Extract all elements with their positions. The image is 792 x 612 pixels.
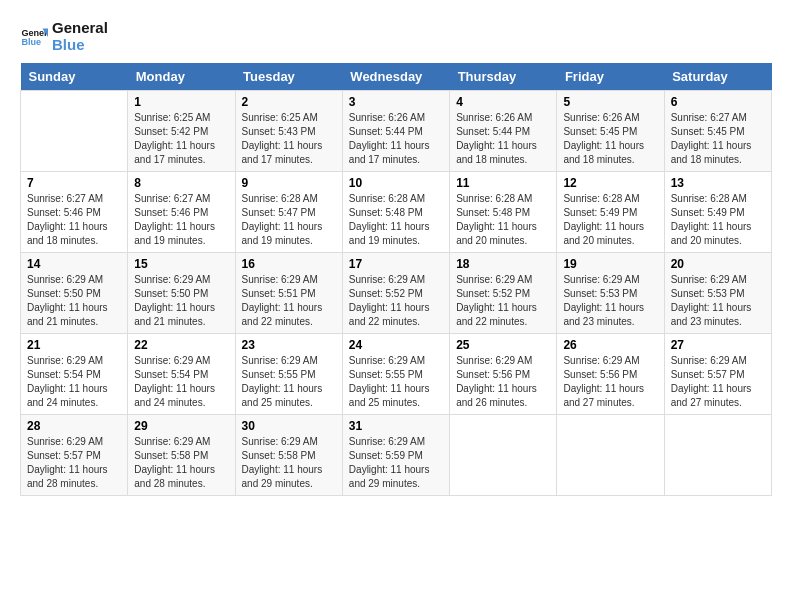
day-info: Sunrise: 6:25 AM Sunset: 5:43 PM Dayligh… (242, 111, 336, 167)
day-info: Sunrise: 6:29 AM Sunset: 5:58 PM Dayligh… (242, 435, 336, 491)
day-info: Sunrise: 6:26 AM Sunset: 5:44 PM Dayligh… (456, 111, 550, 167)
calendar-cell: 28Sunrise: 6:29 AM Sunset: 5:57 PM Dayli… (21, 415, 128, 496)
col-header-monday: Monday (128, 63, 235, 91)
day-info: Sunrise: 6:27 AM Sunset: 5:46 PM Dayligh… (27, 192, 121, 248)
day-number: 1 (134, 95, 228, 109)
day-info: Sunrise: 6:26 AM Sunset: 5:45 PM Dayligh… (563, 111, 657, 167)
day-info: Sunrise: 6:29 AM Sunset: 5:53 PM Dayligh… (671, 273, 765, 329)
col-header-sunday: Sunday (21, 63, 128, 91)
calendar-cell: 25Sunrise: 6:29 AM Sunset: 5:56 PM Dayli… (450, 334, 557, 415)
day-number: 10 (349, 176, 443, 190)
day-info: Sunrise: 6:29 AM Sunset: 5:54 PM Dayligh… (134, 354, 228, 410)
calendar-cell: 23Sunrise: 6:29 AM Sunset: 5:55 PM Dayli… (235, 334, 342, 415)
day-info: Sunrise: 6:29 AM Sunset: 5:56 PM Dayligh… (563, 354, 657, 410)
day-number: 30 (242, 419, 336, 433)
calendar-cell: 5Sunrise: 6:26 AM Sunset: 5:45 PM Daylig… (557, 91, 664, 172)
day-number: 2 (242, 95, 336, 109)
day-number: 20 (671, 257, 765, 271)
logo-general: General (52, 20, 108, 37)
calendar-cell: 21Sunrise: 6:29 AM Sunset: 5:54 PM Dayli… (21, 334, 128, 415)
day-info: Sunrise: 6:28 AM Sunset: 5:48 PM Dayligh… (456, 192, 550, 248)
calendar-cell: 1Sunrise: 6:25 AM Sunset: 5:42 PM Daylig… (128, 91, 235, 172)
day-number: 11 (456, 176, 550, 190)
day-number: 5 (563, 95, 657, 109)
day-info: Sunrise: 6:29 AM Sunset: 5:57 PM Dayligh… (27, 435, 121, 491)
col-header-wednesday: Wednesday (342, 63, 449, 91)
calendar-cell: 20Sunrise: 6:29 AM Sunset: 5:53 PM Dayli… (664, 253, 771, 334)
day-info: Sunrise: 6:29 AM Sunset: 5:50 PM Dayligh… (27, 273, 121, 329)
calendar-cell: 2Sunrise: 6:25 AM Sunset: 5:43 PM Daylig… (235, 91, 342, 172)
day-info: Sunrise: 6:29 AM Sunset: 5:52 PM Dayligh… (349, 273, 443, 329)
day-info: Sunrise: 6:29 AM Sunset: 5:59 PM Dayligh… (349, 435, 443, 491)
day-number: 9 (242, 176, 336, 190)
col-header-saturday: Saturday (664, 63, 771, 91)
col-header-tuesday: Tuesday (235, 63, 342, 91)
calendar-cell (450, 415, 557, 496)
day-number: 28 (27, 419, 121, 433)
calendar-cell: 14Sunrise: 6:29 AM Sunset: 5:50 PM Dayli… (21, 253, 128, 334)
calendar-cell: 30Sunrise: 6:29 AM Sunset: 5:58 PM Dayli… (235, 415, 342, 496)
day-info: Sunrise: 6:28 AM Sunset: 5:47 PM Dayligh… (242, 192, 336, 248)
day-info: Sunrise: 6:29 AM Sunset: 5:57 PM Dayligh… (671, 354, 765, 410)
day-number: 14 (27, 257, 121, 271)
day-info: Sunrise: 6:29 AM Sunset: 5:51 PM Dayligh… (242, 273, 336, 329)
logo-blue: Blue (52, 37, 108, 54)
calendar-cell: 24Sunrise: 6:29 AM Sunset: 5:55 PM Dayli… (342, 334, 449, 415)
day-number: 8 (134, 176, 228, 190)
day-info: Sunrise: 6:28 AM Sunset: 5:49 PM Dayligh… (671, 192, 765, 248)
calendar-cell: 16Sunrise: 6:29 AM Sunset: 5:51 PM Dayli… (235, 253, 342, 334)
col-header-friday: Friday (557, 63, 664, 91)
day-number: 4 (456, 95, 550, 109)
calendar-cell: 27Sunrise: 6:29 AM Sunset: 5:57 PM Dayli… (664, 334, 771, 415)
calendar-cell: 8Sunrise: 6:27 AM Sunset: 5:46 PM Daylig… (128, 172, 235, 253)
day-number: 3 (349, 95, 443, 109)
calendar-cell: 7Sunrise: 6:27 AM Sunset: 5:46 PM Daylig… (21, 172, 128, 253)
day-info: Sunrise: 6:29 AM Sunset: 5:55 PM Dayligh… (349, 354, 443, 410)
calendar-cell: 29Sunrise: 6:29 AM Sunset: 5:58 PM Dayli… (128, 415, 235, 496)
day-info: Sunrise: 6:29 AM Sunset: 5:50 PM Dayligh… (134, 273, 228, 329)
day-info: Sunrise: 6:29 AM Sunset: 5:52 PM Dayligh… (456, 273, 550, 329)
day-number: 6 (671, 95, 765, 109)
calendar-cell (557, 415, 664, 496)
day-info: Sunrise: 6:29 AM Sunset: 5:56 PM Dayligh… (456, 354, 550, 410)
logo: General Blue General Blue (20, 20, 108, 53)
day-number: 23 (242, 338, 336, 352)
day-number: 7 (27, 176, 121, 190)
day-info: Sunrise: 6:28 AM Sunset: 5:48 PM Dayligh… (349, 192, 443, 248)
calendar-cell: 10Sunrise: 6:28 AM Sunset: 5:48 PM Dayli… (342, 172, 449, 253)
calendar-cell: 17Sunrise: 6:29 AM Sunset: 5:52 PM Dayli… (342, 253, 449, 334)
day-number: 22 (134, 338, 228, 352)
day-info: Sunrise: 6:27 AM Sunset: 5:45 PM Dayligh… (671, 111, 765, 167)
calendar-cell: 12Sunrise: 6:28 AM Sunset: 5:49 PM Dayli… (557, 172, 664, 253)
calendar-cell: 19Sunrise: 6:29 AM Sunset: 5:53 PM Dayli… (557, 253, 664, 334)
day-info: Sunrise: 6:25 AM Sunset: 5:42 PM Dayligh… (134, 111, 228, 167)
calendar-cell: 13Sunrise: 6:28 AM Sunset: 5:49 PM Dayli… (664, 172, 771, 253)
day-number: 18 (456, 257, 550, 271)
day-number: 29 (134, 419, 228, 433)
calendar-cell: 4Sunrise: 6:26 AM Sunset: 5:44 PM Daylig… (450, 91, 557, 172)
logo-icon: General Blue (20, 23, 48, 51)
svg-text:Blue: Blue (21, 37, 41, 47)
calendar-cell (664, 415, 771, 496)
day-info: Sunrise: 6:29 AM Sunset: 5:58 PM Dayligh… (134, 435, 228, 491)
day-info: Sunrise: 6:29 AM Sunset: 5:53 PM Dayligh… (563, 273, 657, 329)
day-number: 19 (563, 257, 657, 271)
day-number: 16 (242, 257, 336, 271)
day-info: Sunrise: 6:28 AM Sunset: 5:49 PM Dayligh… (563, 192, 657, 248)
calendar-cell: 18Sunrise: 6:29 AM Sunset: 5:52 PM Dayli… (450, 253, 557, 334)
calendar-cell: 6Sunrise: 6:27 AM Sunset: 5:45 PM Daylig… (664, 91, 771, 172)
day-info: Sunrise: 6:29 AM Sunset: 5:55 PM Dayligh… (242, 354, 336, 410)
calendar-cell: 22Sunrise: 6:29 AM Sunset: 5:54 PM Dayli… (128, 334, 235, 415)
calendar-cell: 11Sunrise: 6:28 AM Sunset: 5:48 PM Dayli… (450, 172, 557, 253)
day-number: 13 (671, 176, 765, 190)
calendar-cell: 15Sunrise: 6:29 AM Sunset: 5:50 PM Dayli… (128, 253, 235, 334)
calendar-cell: 26Sunrise: 6:29 AM Sunset: 5:56 PM Dayli… (557, 334, 664, 415)
day-number: 17 (349, 257, 443, 271)
col-header-thursday: Thursday (450, 63, 557, 91)
day-number: 27 (671, 338, 765, 352)
page-header: General Blue General Blue (20, 20, 772, 53)
day-info: Sunrise: 6:27 AM Sunset: 5:46 PM Dayligh… (134, 192, 228, 248)
day-number: 26 (563, 338, 657, 352)
calendar-cell: 9Sunrise: 6:28 AM Sunset: 5:47 PM Daylig… (235, 172, 342, 253)
day-info: Sunrise: 6:26 AM Sunset: 5:44 PM Dayligh… (349, 111, 443, 167)
